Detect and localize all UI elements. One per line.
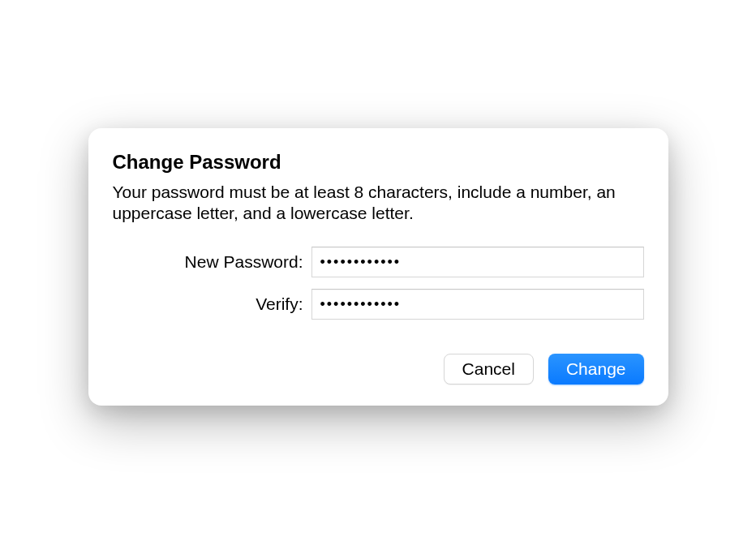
verify-password-input[interactable] xyxy=(311,289,644,320)
new-password-row: New Password: xyxy=(113,247,644,277)
dialog-title: Change Password xyxy=(113,151,644,174)
dialog-button-row: Cancel Change xyxy=(113,354,644,384)
cancel-button[interactable]: Cancel xyxy=(444,354,534,384)
change-button[interactable]: Change xyxy=(548,354,644,384)
change-password-dialog: Change Password Your password must be at… xyxy=(88,128,668,406)
new-password-label: New Password: xyxy=(113,252,311,272)
verify-password-label: Verify: xyxy=(113,294,311,314)
verify-password-row: Verify: xyxy=(113,289,644,320)
dialog-description: Your password must be at least 8 charact… xyxy=(113,182,644,225)
new-password-input[interactable] xyxy=(311,247,644,277)
